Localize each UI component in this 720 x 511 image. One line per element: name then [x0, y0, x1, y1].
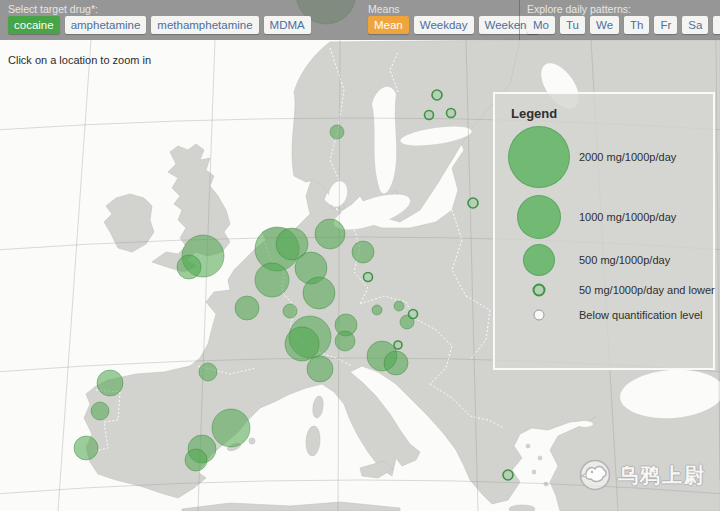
land-crete [509, 505, 535, 511]
map-bubble[interactable] [74, 436, 98, 460]
zoom-hint: Click on a location to zoom in [8, 54, 151, 66]
legend-circle-solid [523, 244, 555, 276]
drug-button-cocaine[interactable]: cocaine [8, 16, 60, 34]
legend-circle-solid [508, 126, 570, 188]
legend-circle-ring-green [533, 284, 546, 297]
legend-circle-ring-gray [534, 310, 545, 321]
map-bubble[interactable] [468, 198, 478, 208]
map-bubble[interactable] [285, 327, 319, 361]
map-bubble[interactable] [255, 263, 289, 297]
sea-of-marmara [577, 421, 593, 427]
map-bubble[interactable] [335, 331, 355, 351]
map-bubble[interactable] [503, 470, 513, 480]
drug-button-mdma[interactable]: MDMA [264, 16, 311, 34]
watermark: 乌鸦上尉 [578, 458, 706, 492]
land-aegean-isle-2 [538, 456, 542, 460]
legend-label: 50 mg/1000p/day and lower [579, 284, 715, 296]
map-bubble[interactable] [384, 351, 408, 375]
map-bubble[interactable] [283, 304, 297, 318]
map-bubble[interactable] [97, 370, 123, 396]
legend-panel: Legend 2000 mg/1000p/day1000 mg/1000p/da… [493, 92, 715, 370]
day-button-sa[interactable]: Sa [682, 16, 708, 34]
means-button-weekday[interactable]: Weekday [414, 16, 474, 34]
drug-select-label: Select target drug*: [8, 3, 98, 15]
map-bubble[interactable] [352, 241, 374, 263]
map-bubble[interactable] [425, 111, 434, 120]
map-bubble[interactable] [364, 273, 373, 282]
legend-title: Legend [511, 106, 557, 121]
map-bubble[interactable] [91, 402, 109, 420]
toolbar-divider [519, 0, 520, 40]
legend-label: 500 mg/1000p/day [579, 254, 670, 266]
land-balearics-2 [249, 438, 255, 444]
means-button-mean[interactable]: Mean [368, 16, 409, 34]
legend-label: 1000 mg/1000p/day [579, 211, 676, 223]
legend-label: Below quantification level [579, 309, 703, 321]
map-bubble[interactable] [307, 356, 333, 382]
watermark-text: 乌鸦上尉 [618, 462, 706, 489]
map-bubble[interactable] [394, 341, 402, 349]
map-bubble[interactable] [372, 305, 382, 315]
map-bubble[interactable] [432, 90, 442, 100]
means-button-group: MeanWeekdayWeekend [368, 16, 544, 34]
land-aegean-isle [526, 444, 530, 448]
day-button-we[interactable]: We [590, 16, 619, 34]
map-bubble[interactable] [235, 296, 259, 320]
map-bubble[interactable] [394, 301, 404, 311]
map-bubble[interactable] [177, 255, 201, 279]
day-button-th[interactable]: Th [624, 16, 649, 34]
day-button-fr[interactable]: Fr [654, 16, 677, 34]
legend-circle-solid [517, 195, 561, 239]
drug-button-methamphetamine[interactable]: methamphetamine [151, 16, 258, 34]
map-bubble[interactable] [409, 310, 418, 319]
wastewater-map-app: 乌鸦上尉 Legend 2000 mg/1000p/day1000 mg/100… [0, 0, 720, 511]
map-bubble[interactable] [447, 109, 456, 118]
toolbar: Select target drug*: cocaineamphetaminem… [0, 0, 720, 40]
day-button-group: MoTuWeThFrSaSu [527, 16, 720, 34]
legend-label: 2000 mg/1000p/day [579, 151, 676, 163]
map-bubble[interactable] [212, 409, 250, 447]
day-button-tu[interactable]: Tu [560, 16, 585, 34]
land-aegean-isle-3 [532, 470, 536, 474]
crow-logo-icon [578, 458, 612, 492]
map-bubble[interactable] [330, 125, 344, 139]
map-bubble[interactable] [185, 449, 207, 471]
daily-patterns-label: Explore daily patterns: [527, 3, 631, 15]
drug-button-amphetamine[interactable]: amphetamine [65, 16, 147, 34]
map-bubble[interactable] [315, 219, 345, 249]
map-bubble[interactable] [199, 363, 217, 381]
means-label: Means [368, 3, 400, 15]
day-button-su[interactable]: Su [713, 16, 720, 34]
map-bubble[interactable] [303, 277, 335, 309]
day-button-mo[interactable]: Mo [527, 16, 555, 34]
drug-button-group: cocaineamphetaminemethamphetamineMDMA [8, 16, 316, 34]
